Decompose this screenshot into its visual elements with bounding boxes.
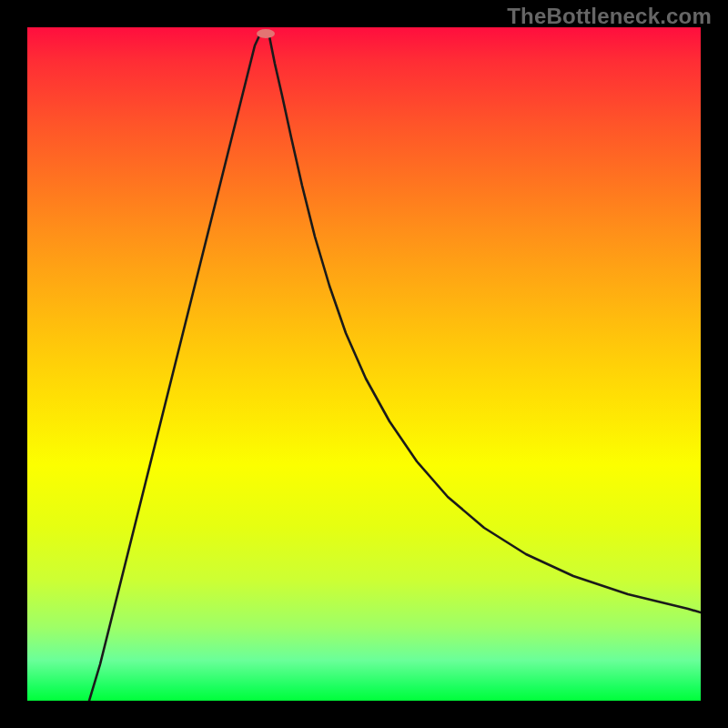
plot-area [27, 27, 701, 701]
chart-container: TheBottleneck.com [0, 0, 728, 728]
watermark-text: TheBottleneck.com [507, 4, 712, 29]
minimum-marker [257, 29, 275, 38]
curve-svg [27, 27, 701, 701]
curve-right-branch [268, 32, 701, 612]
curve-left-branch [89, 32, 261, 701]
